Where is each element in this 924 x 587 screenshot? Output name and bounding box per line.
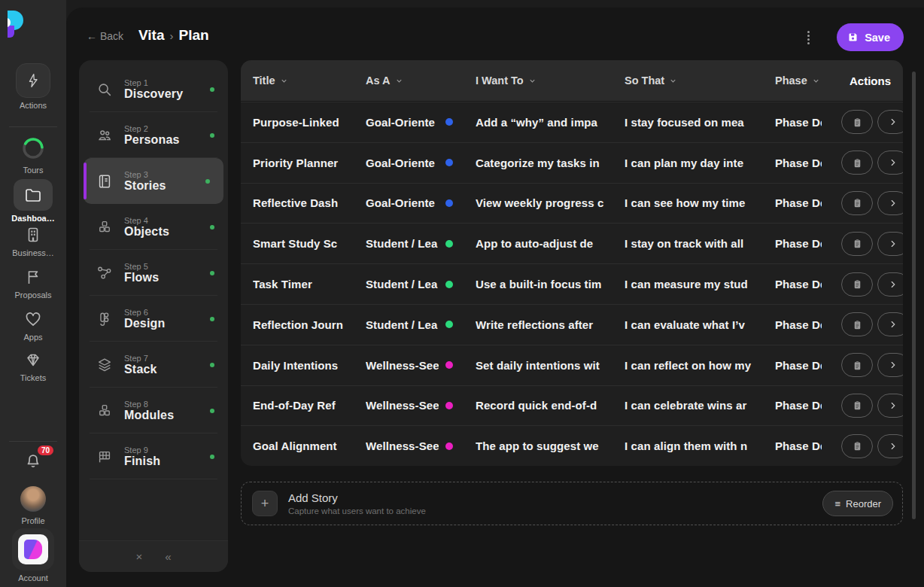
row-open-button[interactable] [877, 394, 903, 418]
step-number: Step 5 [124, 262, 210, 271]
close-icon[interactable]: × [135, 550, 142, 563]
step-item-discovery[interactable]: Step 1Discovery [79, 66, 228, 112]
ticket-gem-icon [24, 351, 42, 369]
row-open-button[interactable] [877, 312, 903, 336]
save-floppy-icon [847, 32, 859, 43]
column-header-phase[interactable]: Phase [775, 75, 841, 87]
reorder-button[interactable]: ≡ Reorder [822, 491, 893, 516]
sidebar-item-label: Tours [0, 166, 66, 175]
sidebar-item-business[interactable]: Business… [0, 226, 66, 257]
row-so-that: I can reflect on how my [625, 359, 763, 372]
building-icon [24, 226, 42, 244]
step-item-flows[interactable]: Step 5Flows [79, 250, 228, 296]
chevron-right-icon [888, 360, 898, 370]
chevron-down-icon [669, 77, 677, 85]
row-open-button[interactable] [877, 353, 903, 377]
vertical-scrollbar[interactable] [912, 71, 916, 519]
row-open-button[interactable] [877, 232, 903, 256]
persona-color-dot [445, 281, 453, 288]
column-header-title[interactable]: Title [253, 75, 366, 87]
chevron-right-icon [888, 239, 898, 249]
row-so-that: I can align them with n [625, 439, 763, 452]
add-story-button[interactable]: + Add Story Capture what users want to a… [241, 482, 903, 525]
row-open-button[interactable] [877, 272, 903, 297]
column-header-as-a[interactable]: As A [366, 75, 476, 87]
row-so-that: I stay focused on mea [625, 116, 763, 129]
row-actions [841, 110, 903, 134]
sidebar-item-proposals[interactable]: Proposals [0, 268, 66, 300]
row-so-that: I can plan my day inte [625, 157, 763, 169]
chevron-down-icon [528, 77, 536, 85]
row-so-that: I can celebrate wins ar [625, 399, 763, 412]
table-row[interactable]: Purpose-Linked Goal-Oriente Add a “why” … [241, 102, 903, 142]
row-persona-text: Goal-Oriente [366, 196, 439, 209]
table-row[interactable]: Goal Alignment Wellness-See The app to s… [241, 425, 903, 466]
add-story-subtitle: Capture what users want to achieve [288, 506, 822, 516]
save-button[interactable]: Save [837, 23, 904, 51]
row-notes-button[interactable] [841, 312, 873, 336]
step-item-objects[interactable]: Step 4Objects [79, 204, 228, 250]
step-item-modules[interactable]: Step 8Modules [79, 388, 228, 433]
column-header-i-want-to[interactable]: I Want To [476, 75, 625, 87]
sidebar-item-label: Tickets [0, 373, 66, 382]
step-number: Step 8 [124, 400, 210, 409]
book-icon [96, 173, 114, 190]
sidebar-item-tours[interactable]: Tours [0, 135, 66, 175]
row-actions [841, 272, 903, 297]
row-i-want-to: Set daily intentions wit [476, 359, 612, 372]
sidebar-item-apps[interactable]: Apps [0, 310, 66, 342]
table-row[interactable]: Task Timer Student / Lea Use a built-in … [241, 263, 903, 304]
cubes-icon [96, 219, 114, 236]
column-header-so-that[interactable]: So That [625, 75, 775, 87]
row-open-button[interactable] [877, 191, 903, 215]
row-open-button[interactable] [877, 151, 903, 175]
sidebar-item-profile[interactable]: Profile [0, 486, 66, 525]
more-options-button[interactable] [802, 29, 814, 46]
row-title: Smart Study Sc [253, 237, 354, 250]
table-row[interactable]: Reflective Dash Goal-Oriente View weekly… [241, 183, 903, 224]
row-notes-button[interactable] [841, 151, 873, 175]
row-so-that: I can see how my time [625, 196, 763, 209]
row-notes-button[interactable] [841, 232, 873, 256]
row-open-button[interactable] [877, 110, 903, 134]
sidebar-item-actions[interactable]: Actions [0, 63, 66, 110]
app-logo [0, 9, 66, 41]
row-notes-button[interactable] [841, 434, 873, 458]
back-button[interactable]: ← Back [87, 30, 123, 42]
step-number: Step 6 [124, 308, 210, 317]
row-persona-text: Goal-Oriente [366, 157, 439, 169]
row-notes-button[interactable] [841, 353, 873, 377]
table-row[interactable]: Daily Intentions Wellness-See Set daily … [241, 345, 903, 385]
row-i-want-to: App to auto-adjust de [476, 237, 612, 250]
step-item-personas[interactable]: Step 2Personas [79, 112, 228, 158]
step-item-stack[interactable]: Step 7Stack [79, 342, 228, 388]
row-i-want-to: Record quick end-of-d [476, 399, 612, 412]
row-notes-button[interactable] [841, 191, 873, 215]
step-item-design[interactable]: Step 6Design [79, 296, 228, 342]
row-notes-button[interactable] [841, 110, 873, 134]
clipboard-icon [852, 440, 863, 452]
row-open-button[interactable] [877, 434, 903, 458]
step-item-stories[interactable]: Step 3Stories [84, 158, 223, 204]
sidebar-item-tickets[interactable]: Tickets [0, 351, 66, 382]
table-row[interactable]: Priority Planner Goal-Oriente Categorize… [241, 142, 903, 183]
row-phase: Phase De [775, 439, 822, 452]
step-name: Objects [124, 225, 210, 239]
sidebar-item-label: Actions [0, 101, 66, 110]
breadcrumb-parent[interactable]: Vita [138, 27, 165, 43]
step-item-finish[interactable]: Step 9Finish [79, 433, 228, 479]
table-row[interactable]: End-of-Day Ref Wellness-See Record quick… [241, 385, 903, 426]
row-phase: Phase De [775, 399, 822, 412]
table-row[interactable]: Smart Study Sc Student / Lea App to auto… [241, 223, 903, 263]
row-persona-text: Student / Lea [366, 237, 439, 250]
table-row[interactable]: Reflection Journ Student / Lea Write ref… [241, 304, 903, 345]
sidebar-item-dashboard[interactable]: Dashboa… [0, 179, 66, 223]
step-status-dot [205, 179, 210, 184]
collapse-icon[interactable]: « [165, 550, 171, 563]
brand-logo-icon [0, 9, 27, 41]
row-notes-button[interactable] [841, 272, 873, 297]
sidebar-item-notifications[interactable]: 70 [0, 450, 66, 471]
sidebar-item-account[interactable]: Account [0, 528, 66, 582]
plus-icon: + [252, 491, 278, 516]
row-notes-button[interactable] [841, 394, 873, 418]
